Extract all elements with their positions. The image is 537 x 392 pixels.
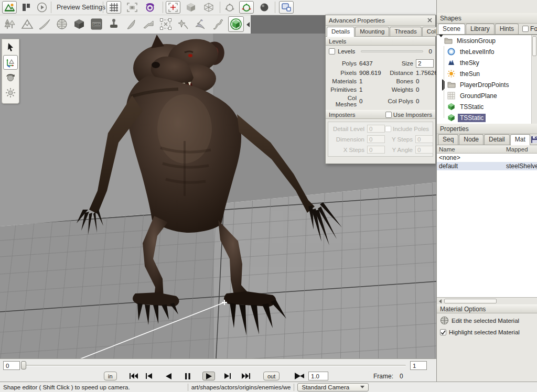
rotate-tool-icon[interactable] — [3, 70, 18, 85]
force-dae-checkbox[interactable] — [522, 26, 529, 32]
world-editor-icon[interactable] — [2, 1, 17, 14]
foliage-editor-icon[interactable] — [123, 16, 139, 32]
particle-editor-icon[interactable] — [175, 16, 191, 32]
preview-settings-button[interactable]: Preview Settings — [53, 0, 109, 15]
camera-capture-icon[interactable] — [125, 1, 139, 14]
expander-down-icon[interactable] — [439, 35, 443, 45]
y-angle-input[interactable]: 0 — [415, 146, 433, 154]
tree-item-groundplane[interactable]: GroundPlane — [437, 90, 537, 101]
timeline-thumb[interactable] — [21, 361, 26, 369]
tree-item-thelevelinfo[interactable]: theLevelInfo — [437, 46, 537, 57]
tab-mat[interactable]: Mat — [510, 134, 530, 145]
tree-item-thesky[interactable]: theSky — [437, 57, 537, 68]
tab-detail[interactable]: Detail — [484, 134, 510, 145]
size-input[interactable]: 2 — [416, 59, 434, 68]
previous-frame-button[interactable] — [144, 372, 154, 380]
mesh-road-editor-icon[interactable] — [141, 16, 156, 32]
gui-editor-icon[interactable] — [19, 1, 34, 14]
material-row-none[interactable]: <none> — [437, 154, 537, 162]
material-row-default[interactable]: default steelShelves — [437, 162, 537, 170]
highlight-material-row[interactable]: Highlight selected Material — [437, 326, 537, 337]
orbit-camera-icon[interactable] — [222, 1, 237, 14]
tree-item-thesun[interactable]: theSun — [437, 68, 537, 79]
tree-item-missiongroup[interactable]: MissionGroup — [437, 35, 537, 46]
timeline-end-input[interactable]: 1 — [410, 361, 427, 370]
shape-editor-icon[interactable] — [228, 16, 244, 32]
speed-input[interactable]: 1.0 — [308, 372, 328, 380]
river-editor-icon[interactable] — [192, 16, 208, 32]
col-polys-label: Col Polys — [386, 98, 416, 104]
tree-item-playerdroppoints[interactable]: PlayerDropPoints — [437, 79, 537, 90]
datablock-editor-icon[interactable]: DATA — [89, 16, 104, 32]
material-options-header: Material Options — [437, 304, 537, 313]
terrain-editor-icon[interactable] — [19, 16, 35, 32]
set-out-button[interactable]: out — [263, 372, 280, 380]
environment-sphere-icon[interactable] — [257, 1, 272, 14]
play-mission-icon[interactable] — [35, 1, 49, 14]
tab-details[interactable]: Details — [327, 27, 355, 37]
tab-mounting[interactable]: Mounting — [355, 27, 389, 36]
solid-render-icon[interactable] — [184, 1, 198, 14]
include-poles-label: Include Poles — [393, 126, 429, 132]
status-bar: Shape editor ( Shift Click ) to speed up… — [0, 382, 537, 392]
advanced-properties-titlebar[interactable]: Advanced Properties — [326, 15, 435, 26]
playback-speed-icon[interactable] — [294, 372, 305, 380]
sketch-tool-icon[interactable] — [71, 16, 87, 32]
tab-hints[interactable]: Hints — [495, 24, 519, 34]
scroll-left-icon[interactable] — [437, 298, 444, 304]
mission-area-editor-icon[interactable] — [158, 16, 174, 32]
wireframe-render-icon[interactable] — [201, 1, 216, 14]
dropdown-arrow-icon — [360, 386, 364, 388]
save-material-icon[interactable] — [531, 136, 537, 144]
timeline-track[interactable] — [24, 365, 406, 366]
use-imposters-checkbox[interactable] — [385, 112, 392, 118]
move-terrain-tool-icon[interactable] — [3, 55, 18, 70]
include-poles-checkbox[interactable] — [385, 126, 391, 132]
tab-threads[interactable]: Threads — [390, 27, 421, 36]
tab-library[interactable]: Library — [466, 24, 495, 34]
tree-item-tsstatic-1[interactable]: TSStatic — [437, 101, 537, 112]
decal-editor-icon[interactable] — [106, 16, 122, 32]
road-editor-icon[interactable] — [210, 16, 225, 32]
timeline-start-input[interactable]: 0 — [3, 361, 20, 370]
light-tool-icon[interactable] — [3, 85, 18, 100]
editors-toolbar: DATA — [0, 15, 251, 34]
pause-button[interactable] — [184, 372, 192, 380]
animation-timeline: 0 1 in out 1.0 Frame: 0 — [0, 358, 436, 382]
skip-to-end-button[interactable] — [240, 372, 252, 380]
play-button[interactable] — [202, 372, 215, 380]
tree-vertical-scrollbar[interactable] — [531, 35, 537, 124]
terrain-painter-icon[interactable] — [37, 16, 52, 32]
next-frame-button[interactable] — [222, 372, 233, 380]
skip-to-start-button[interactable] — [128, 372, 139, 380]
polys-value: 6437 — [359, 60, 386, 67]
tab-seq[interactable]: Seq — [438, 134, 458, 145]
y-steps-input[interactable]: 0 — [415, 135, 433, 143]
select-tool-icon[interactable] — [3, 40, 18, 55]
x-steps-input[interactable]: 0 — [367, 146, 385, 154]
material-editor-icon[interactable] — [54, 16, 70, 32]
play-backward-button[interactable] — [164, 372, 173, 380]
center-object-icon[interactable] — [166, 1, 180, 14]
set-in-button[interactable]: in — [104, 372, 117, 380]
tab-node[interactable]: Node — [459, 134, 484, 145]
forest-editor-icon[interactable] — [2, 16, 18, 32]
material-table-hscrollbar[interactable] — [437, 297, 537, 304]
levels-slider[interactable] — [361, 50, 423, 52]
toolbar-collapse-arrow[interactable] — [246, 22, 250, 27]
status-divider — [188, 384, 188, 391]
orbit-selection-icon[interactable] — [239, 1, 254, 14]
grid-snap-icon[interactable] — [106, 1, 121, 14]
detail-level-input[interactable]: 0 — [367, 125, 385, 133]
window-layout-icon[interactable] — [279, 1, 294, 14]
highlight-material-checkbox[interactable] — [440, 329, 446, 335]
levels-checkbox[interactable] — [329, 48, 335, 55]
edit-material-row[interactable]: Edit the selected Material — [437, 313, 537, 326]
dimension-input[interactable]: 0 — [367, 135, 385, 143]
tree-item-tsstatic-2[interactable]: TSStatic — [437, 112, 537, 123]
camera-orbit-icon[interactable] — [143, 1, 157, 14]
camera-selector-dropdown[interactable]: Standard Camera — [297, 383, 369, 391]
close-icon[interactable] — [427, 18, 432, 23]
tab-scene[interactable]: Scene — [438, 24, 465, 35]
primitives-value: 1 — [359, 86, 386, 93]
